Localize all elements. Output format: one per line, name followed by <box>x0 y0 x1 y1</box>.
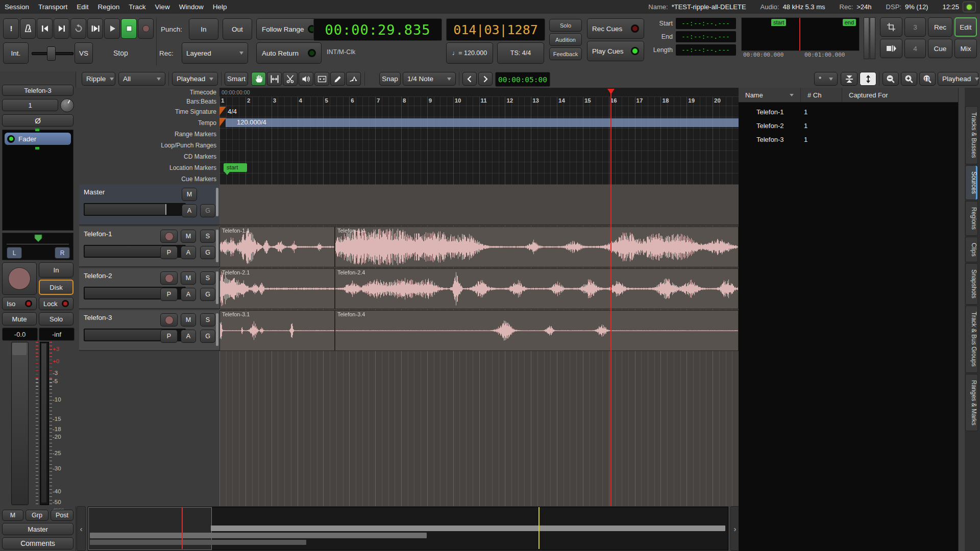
processor-fader-entry[interactable]: Fader <box>5 133 71 145</box>
main-clock[interactable]: 00:00:29.835 <box>313 18 442 41</box>
track-solo-button[interactable]: S <box>200 271 215 285</box>
source-row-telefon-1[interactable]: Telefon-11 <box>739 105 927 119</box>
tab-ranges-marks[interactable]: Ranges & Marks <box>965 374 978 432</box>
tab-track-bus-groups[interactable]: Track & Bus Groups <box>965 306 978 373</box>
group-button[interactable]: Grp <box>26 510 48 521</box>
mixer-page-button[interactable]: Mix <box>954 39 977 58</box>
ruler-row-0[interactable] <box>219 88 739 97</box>
gain-fader[interactable] <box>11 342 29 505</box>
region-telefon-2.4[interactable]: Telefon-2.4 <box>335 268 739 309</box>
track-rec-button[interactable] <box>160 230 178 243</box>
track-automation-button[interactable]: A <box>181 330 196 343</box>
cut-tool-button[interactable] <box>283 72 298 86</box>
zoom-focus-dropdown[interactable]: Playhead <box>938 72 978 86</box>
shuttle-mode-button[interactable]: Int. <box>3 42 29 64</box>
track-rec-button[interactable] <box>160 313 178 327</box>
snap-button[interactable]: Snap <box>379 72 401 86</box>
ruler-label-2[interactable]: Time Signature <box>79 106 216 117</box>
sources-scrollbar[interactable] <box>958 88 965 551</box>
nudge-clock[interactable]: 00:00:05:00 <box>495 72 550 87</box>
bbt-clock[interactable]: 014|03|1287 <box>446 18 545 41</box>
playhead[interactable] <box>610 89 611 506</box>
play-range-button[interactable] <box>87 18 103 39</box>
draw-tool-button[interactable] <box>330 72 345 86</box>
solo-lock-button[interactable]: Lock <box>39 297 74 310</box>
track-scrollbar[interactable] <box>216 188 218 216</box>
menu-transport[interactable]: Transport <box>34 3 72 11</box>
track-playlist-button[interactable]: P <box>160 246 178 259</box>
grid-unit-dropdown[interactable]: 1/4 Note <box>403 72 456 86</box>
track-scrollbar[interactable] <box>216 271 218 304</box>
tab-clips[interactable]: Clips <box>965 237 978 263</box>
peak-display[interactable]: -inf <box>39 328 75 341</box>
tab-regions[interactable]: Regions <box>965 201 978 236</box>
track-lane-telefon-1[interactable]: Telefon-1.1Telefon-1.4 <box>219 227 739 267</box>
menu-session[interactable]: Session <box>0 3 34 11</box>
trim-knob[interactable] <box>60 98 74 112</box>
track-group-button[interactable]: G <box>200 330 215 343</box>
tab-tracks-busses[interactable]: Tracks & Busses <box>965 106 978 164</box>
tempo-button[interactable]: ♩= 120.000 <box>446 42 493 64</box>
menu-window[interactable]: Window <box>175 3 208 11</box>
track-solo-button[interactable]: S <box>200 230 215 243</box>
track-scrollbar[interactable] <box>216 230 218 262</box>
solo-isolate-button[interactable]: Iso <box>2 297 37 310</box>
track-lane-master[interactable] <box>219 185 739 226</box>
solo-button[interactable]: Solo <box>39 312 74 325</box>
mini-timeline[interactable]: startend <box>741 17 860 51</box>
source-row-telefon-2[interactable]: Telefon-21 <box>739 119 927 133</box>
tab-sources[interactable]: Sources <box>965 165 978 200</box>
range-end-value[interactable]: --:--:--.--- <box>676 31 736 42</box>
marker-filter-dropdown[interactable]: * <box>814 72 838 86</box>
mini-start-marker[interactable]: start <box>771 19 786 26</box>
pan-right-button[interactable]: R <box>55 247 70 259</box>
pan-widget[interactable]: LR <box>2 233 74 260</box>
monitor-solo-button[interactable]: Solo <box>549 19 582 32</box>
editor-layout-button[interactable] <box>880 17 902 37</box>
start-location-marker[interactable]: start <box>224 163 247 172</box>
pan-left-button[interactable]: L <box>7 247 22 259</box>
meterbridge-button[interactable] <box>880 39 902 58</box>
track-playlist-button[interactable]: P <box>160 288 178 301</box>
track-mute-button[interactable]: M <box>181 271 196 285</box>
shuttle-handle[interactable] <box>47 46 56 61</box>
menu-region[interactable]: Region <box>93 3 125 11</box>
ruler-label-1[interactable]: Bars:Beats <box>79 97 216 106</box>
region-telefon-3.1[interactable]: Telefon-3.1 <box>219 310 335 351</box>
menu-view[interactable]: View <box>151 3 175 11</box>
record-button[interactable] <box>138 18 154 39</box>
tempo-bar[interactable] <box>226 118 739 127</box>
track-group-button[interactable]: G <box>200 246 215 259</box>
menu-help[interactable]: Help <box>208 3 232 11</box>
summary-scroll-left-button[interactable]: ‹ <box>77 506 86 551</box>
monitor-feedback-button[interactable]: Feedback <box>549 47 582 60</box>
track-mute-button[interactable]: M <box>181 313 196 327</box>
cue-page-button[interactable]: Cue <box>928 39 952 58</box>
metronome-button[interactable] <box>20 18 36 39</box>
playhead-head-icon[interactable] <box>607 89 615 94</box>
source-row-telefon-3[interactable]: Telefon-31 <box>739 133 927 146</box>
master-mute-button[interactable]: M <box>182 188 197 201</box>
punch-in-button[interactable]: In <box>189 18 218 40</box>
nudge-forward-button[interactable] <box>478 72 493 86</box>
loop-button[interactable] <box>70 18 86 39</box>
master-group-button[interactable]: G <box>200 204 215 217</box>
track-group-button[interactable]: G <box>200 288 215 301</box>
track-header-telefon-1[interactable]: Telefon-1MSPAG <box>79 227 219 267</box>
audition-tool-button[interactable] <box>299 72 313 86</box>
grab-tool-button[interactable] <box>251 72 266 86</box>
monitor-input-button[interactable]: In <box>39 262 74 278</box>
menu-track[interactable]: Track <box>124 3 150 11</box>
play-button[interactable] <box>104 18 120 39</box>
auto-return-button[interactable]: Auto Return <box>256 42 322 64</box>
ruler-label-0[interactable]: Timecode <box>79 88 216 97</box>
post-button[interactable]: Post <box>51 510 74 521</box>
summary-playhead-line[interactable] <box>182 507 183 549</box>
timesig-marker-icon[interactable] <box>219 107 226 115</box>
gain-fader-handle[interactable] <box>12 343 27 355</box>
strip-input-button[interactable]: 1 <box>2 99 58 111</box>
region-telefon-2.1[interactable]: Telefon-2.1 <box>219 268 335 309</box>
stretch-tool-button[interactable] <box>314 72 329 86</box>
sources-column-2[interactable]: Captured For <box>842 88 959 102</box>
ruler-label-7[interactable]: Location Markers <box>79 162 216 173</box>
